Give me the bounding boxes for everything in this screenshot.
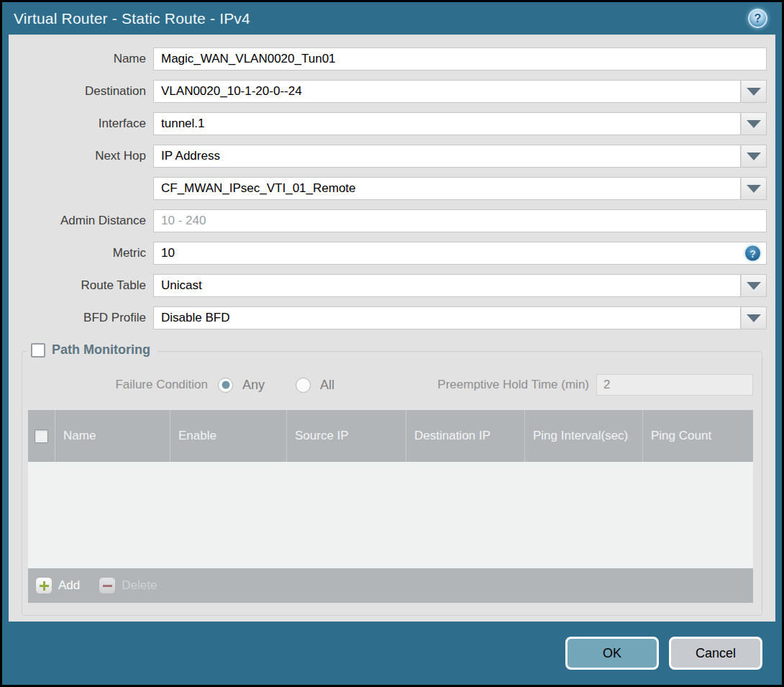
next-hop-address-input[interactable] (153, 177, 741, 200)
next-hop-dropdown-button[interactable] (741, 145, 767, 168)
next-hop-label: Next Hop (17, 149, 153, 163)
dialog-titlebar: Virtual Router - Static Route - IPv4 ? (2, 2, 782, 35)
path-monitoring-title: Path Monitoring (52, 342, 150, 358)
table-header-source-ip: Source IP (286, 410, 406, 462)
route-table-dropdown-button[interactable] (741, 274, 767, 297)
path-monitoring-checkbox[interactable] (31, 343, 45, 358)
failure-condition-all-label: All (320, 378, 334, 393)
table-toolbar: Add Delete (28, 568, 753, 603)
add-button[interactable]: Add (35, 577, 80, 594)
form-row-name: Name (17, 47, 767, 70)
next-hop-address-dropdown-button[interactable] (741, 177, 767, 200)
add-plus-icon (35, 577, 53, 594)
destination-label: Destination (17, 84, 153, 99)
metric-info-icon[interactable]: ? (745, 246, 760, 261)
metric-input[interactable] (153, 242, 767, 265)
failure-condition-row: Failure Condition Any All Preemptive Hol… (22, 373, 762, 396)
destination-input[interactable] (153, 80, 741, 103)
dialog-footer: OK Cancel (9, 622, 775, 685)
table-header: Name Enable Source IP Destination IP Pin… (28, 410, 753, 462)
table-header-ping-interval: Ping Interval(sec) (524, 410, 642, 462)
interface-dropdown-button[interactable] (741, 112, 767, 135)
add-button-label: Add (58, 578, 80, 593)
admin-distance-label: Admin Distance (17, 214, 153, 228)
delete-minus-icon (99, 577, 116, 594)
table-header-select-all (28, 410, 55, 462)
dialog-frame: Virtual Router - Static Route - IPv4 ? N… (2, 2, 782, 685)
chevron-down-icon (747, 282, 761, 290)
form-row-route-table: Route Table (17, 274, 767, 297)
dialog-title: Virtual Router - Static Route - IPv4 (14, 10, 250, 27)
failure-condition-all-radio (296, 378, 311, 393)
bfd-profile-input[interactable] (153, 306, 741, 329)
table-header-enable: Enable (170, 410, 286, 462)
table-body-empty (28, 462, 753, 568)
form-row-next-hop-address (17, 177, 767, 200)
failure-condition-label: Failure Condition (22, 378, 218, 392)
failure-condition-any-radio (218, 378, 233, 393)
preemptive-hold-time-label: Preemptive Hold Time (min) (437, 378, 596, 392)
ok-button[interactable]: OK (565, 637, 659, 670)
chevron-down-icon (747, 88, 761, 96)
name-label: Name (17, 52, 153, 66)
preemptive-hold-time-group: Preemptive Hold Time (min) (437, 374, 762, 396)
form-row-bfd-profile: BFD Profile (17, 306, 767, 329)
path-monitoring-legend: Path Monitoring (27, 342, 158, 358)
help-icon[interactable]: ? (748, 9, 767, 28)
delete-button-label: Delete (122, 578, 157, 593)
cancel-button[interactable]: Cancel (669, 637, 762, 670)
chevron-down-icon (747, 153, 761, 160)
route-table-input[interactable] (153, 274, 741, 297)
next-hop-type-input[interactable] (153, 145, 741, 168)
static-route-form: Name Destination Interface (9, 35, 775, 329)
path-monitoring-table: Name Enable Source IP Destination IP Pin… (28, 410, 753, 603)
failure-condition-any-label: Any (242, 378, 265, 393)
table-header-ping-count: Ping Count (642, 410, 753, 462)
table-header-destination-ip: Destination IP (406, 410, 524, 462)
dialog-body: Name Destination Interface (9, 35, 775, 622)
interface-input[interactable] (153, 112, 741, 135)
select-all-checkbox (35, 429, 48, 443)
form-row-interface: Interface (17, 112, 767, 135)
bfd-profile-dropdown-button[interactable] (741, 306, 767, 329)
table-header-name: Name (55, 410, 170, 462)
chevron-down-icon (747, 185, 761, 193)
form-row-next-hop: Next Hop (17, 145, 767, 168)
route-table-label: Route Table (17, 278, 153, 293)
chevron-down-icon (747, 314, 761, 322)
dialog-screen: Virtual Router - Static Route - IPv4 ? N… (0, 0, 784, 687)
delete-button: Delete (99, 577, 157, 594)
form-row-admin-distance: Admin Distance (17, 209, 767, 232)
name-input[interactable] (153, 47, 767, 70)
chevron-down-icon (747, 120, 761, 128)
preemptive-hold-time-input (596, 374, 753, 396)
admin-distance-input[interactable] (153, 209, 767, 232)
path-monitoring-section: Path Monitoring Failure Condition Any Al… (22, 351, 762, 616)
form-row-destination: Destination (17, 80, 767, 103)
interface-label: Interface (17, 117, 153, 131)
destination-dropdown-button[interactable] (741, 80, 767, 103)
metric-label: Metric (17, 246, 153, 260)
bfd-profile-label: BFD Profile (17, 311, 153, 325)
form-row-metric: Metric ? (17, 242, 767, 265)
